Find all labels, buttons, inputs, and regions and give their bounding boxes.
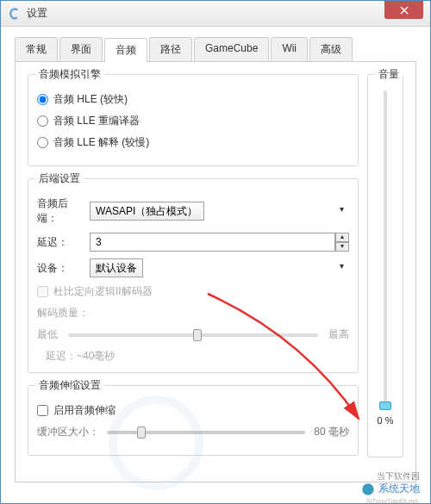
radio-lle-recompiler[interactable]: 音频 LLE 重编译器 [37, 114, 349, 128]
checkbox-dolby-input [37, 286, 48, 297]
radio-lle-interpreter-input[interactable] [37, 137, 48, 148]
group-volume: 音量 0 % [367, 74, 403, 457]
tab-paths[interactable]: 路径 [149, 37, 192, 61]
radio-lle-interpreter[interactable]: 音频 LLE 解释 (较慢) [37, 135, 349, 150]
group-audio-engine: 音频模拟引擎 音频 HLE (较快) 音频 LLE 重编译器 音频 LLE 解释… [28, 74, 359, 166]
quality-high-label: 最高 [323, 327, 349, 342]
label-backend: 音频后端： [37, 196, 84, 226]
buffer-slider [107, 431, 305, 434]
tab-interface[interactable]: 界面 [59, 37, 103, 61]
globe-icon [361, 482, 375, 496]
tab-advanced[interactable]: 高级 [309, 37, 353, 61]
checkbox-dolby: 杜比定向逻辑II解码器 [37, 284, 349, 299]
select-device[interactable]: 默认设备 [90, 258, 143, 277]
group-stretch: 音频伸缩设置 启用音频伸缩 缓冲区大小： 80 毫秒 [28, 385, 359, 456]
latency-down[interactable]: ▼ [335, 242, 349, 252]
checkbox-stretch-input[interactable] [37, 405, 48, 416]
volume-value: 0 % [378, 415, 394, 426]
quality-thumb [193, 329, 202, 341]
latency-up[interactable]: ▲ [335, 233, 349, 242]
label-latency: 延迟： [37, 235, 84, 250]
group-backend: 后端设置 音频后端： WASAPI（独占模式） 延迟： [28, 178, 359, 373]
group-title-volume: 音量 [375, 67, 403, 82]
label-device: 设备： [37, 261, 84, 276]
radio-lle-recompiler-input[interactable] [37, 115, 48, 127]
checkbox-stretch[interactable]: 启用音频伸缩 [37, 403, 349, 418]
volume-slider[interactable] [384, 90, 387, 410]
settings-window: 设置 常规 界面 音频 路径 GameCube Wii 高级 音频模拟引擎 音频… [0, 0, 431, 504]
watermark-line1: 当下软件园 [377, 470, 420, 482]
svg-point-1 [362, 483, 373, 495]
group-title-stretch: 音频伸缩设置 [35, 378, 104, 393]
group-title-backend: 后端设置 [35, 171, 84, 186]
tab-general[interactable]: 常规 [15, 37, 58, 61]
close-button[interactable] [384, 1, 423, 19]
tab-panel: 音频模拟引擎 音频 HLE (较快) 音频 LLE 重编译器 音频 LLE 解释… [15, 62, 416, 482]
radio-hle-input[interactable] [37, 94, 48, 105]
volume-thumb[interactable] [379, 401, 391, 410]
quality-slider [68, 333, 318, 337]
app-icon [8, 7, 22, 21]
buffer-thumb [137, 426, 146, 439]
left-column: 音频模拟引擎 音频 HLE (较快) 音频 LLE 重编译器 音频 LLE 解释… [28, 74, 359, 470]
watermark-site: XiTongTianDi.net [365, 497, 418, 504]
close-icon [400, 6, 409, 15]
radio-hle[interactable]: 音频 HLE (较快) [37, 92, 349, 107]
tab-bar: 常规 界面 音频 路径 GameCube Wii 高级 [15, 37, 416, 62]
window-title: 设置 [27, 6, 384, 21]
buffer-value: 80 毫秒 [310, 425, 349, 439]
right-column: 音量 0 % [367, 74, 403, 470]
label-quality: 解码质量： [37, 306, 349, 320]
latency-note: 延迟：~40毫秒 [46, 349, 349, 364]
tab-gamecube[interactable]: GameCube [194, 37, 269, 61]
tab-wii[interactable]: Wii [271, 37, 308, 61]
watermark: 系统天地 [361, 482, 420, 496]
select-backend[interactable]: WASAPI（独占模式） [90, 202, 204, 221]
buffer-label: 缓冲区大小： [37, 425, 102, 439]
titlebar: 设置 [1, 1, 430, 27]
tab-audio[interactable]: 音频 [104, 38, 147, 62]
content-area: 常规 界面 音频 路径 GameCube Wii 高级 音频模拟引擎 音频 HL… [1, 27, 430, 493]
group-title-engine: 音频模拟引擎 [35, 67, 104, 82]
input-latency[interactable] [90, 233, 335, 252]
quality-low-label: 最低 [37, 327, 63, 342]
